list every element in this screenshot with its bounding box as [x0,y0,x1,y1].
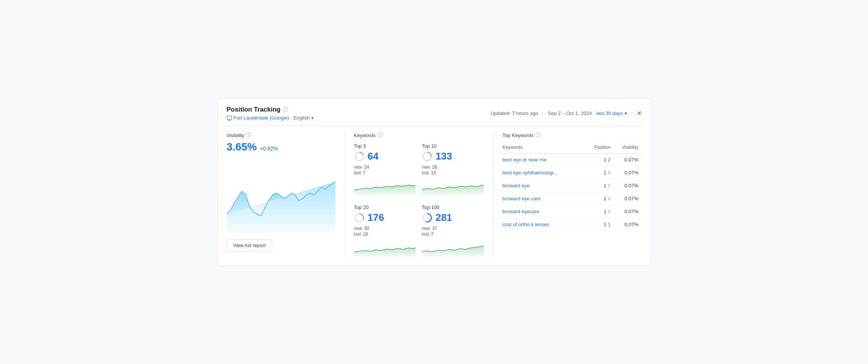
keyword-cell: cost of ortho k lenses [503,218,586,231]
visibility-value-row: 3.65% +0.62% [227,141,335,153]
keyword-cell: broward eye [503,179,586,192]
keywords-top100-ring-icon [422,212,432,223]
keywords-top20-lost-label: lost [354,231,361,237]
keywords-top10-new-val: 26 [432,164,437,170]
visibility-value: 0.07% [625,222,639,227]
keywords-top3-lost-val: 7 [363,170,365,176]
keyword-link[interactable]: broward eye care [503,196,541,201]
position-tracking-card: Position Tracking ⓘ Fort Lauderdale (Goo… [217,98,651,266]
col-visibility: Visibility [613,143,641,153]
dot-separator: · [290,115,292,121]
visibility-title: Visibility ⓘ [227,132,335,139]
visibility-chart [227,157,335,233]
subtitle-row: Fort Lauderdale (Google) · English ▾ [227,115,314,121]
position-number: 1 [604,183,606,188]
top-keywords-section: Top Keywords ⓘ Keywords Position Visibil… [493,132,642,257]
table-row: broward eye100.07% [503,179,642,192]
visibility-cell: 0.07% [613,218,641,231]
keyword-link[interactable]: broward eye [503,183,530,188]
keywords-top3-lost-label: lost [354,170,361,176]
keywords-top10-label: Top 10 [422,143,484,149]
visibility-cell: 0.07% [613,166,641,179]
table-row: best eye ophthalmologi...100.07% [503,166,642,179]
keywords-top10-chart [422,179,484,195]
visibility-value: 0.07% [625,170,639,176]
position-delta: 0 [608,170,610,176]
keywords-top100-new-val: 37 [432,226,437,231]
keywords-top100-number-row: 281 [422,212,484,224]
keywords-top10-number-row: 133 [422,150,484,162]
visibility-section: Visibility ⓘ 3.65% +0.62% [227,132,345,257]
keywords-info-icon[interactable]: ⓘ [378,132,383,139]
position-cell: 10 [586,179,613,192]
keywords-top10-count: 133 [436,150,452,162]
table-row: best eye dr near me120.07% [503,153,642,166]
keyword-link[interactable]: best eye dr near me [503,157,547,163]
keywords-top100-label: Top 100 [422,204,484,210]
updated-text: Updated: 7 hours ago [490,110,538,116]
top-keywords-info-icon[interactable]: ⓘ [535,132,541,139]
keywords-top100-count: 281 [436,212,452,224]
table-row: cost of ortho k lenses110.07% [503,218,642,231]
header-divider-h [227,125,642,126]
keywords-section: Keywords ⓘ Top 3 64 n [345,132,493,257]
keywords-top3-chart [354,179,416,195]
position-number: 1 [604,222,606,227]
keywords-top20-ring-icon [354,212,365,223]
view-full-report-button[interactable]: View full report [227,239,272,252]
keywords-top20-count: 176 [368,212,384,224]
position-cell: 11 [586,218,613,231]
table-header-row: Keywords Position Visibility [503,143,642,153]
keyword-link[interactable]: broward eyecare [503,209,540,214]
keywords-top3-ring-icon [354,151,365,162]
keyword-link[interactable]: cost of ortho k lenses [503,222,549,227]
content-area: Visibility ⓘ 3.65% +0.62% [227,132,642,257]
close-button[interactable]: ✕ [637,110,642,117]
position-delta: 1 [608,222,610,227]
keywords-top10-new-label: new [422,164,430,170]
header-right: Updated: 7 hours ago Sep 2 – Oct 1, 2024… [490,110,641,117]
keywords-top100-box: Top 100 281 new 37 [422,204,484,257]
date-range: Sep 2 – Oct 1, 2024 [548,110,592,116]
keywords-top20-label: Top 20 [354,204,416,210]
table-row: broward eyecare100.07% [503,205,642,218]
keywords-top10-lost-val: 13 [431,170,436,176]
location-chevron-icon[interactable]: ▾ [311,115,314,121]
svg-rect-0 [227,116,232,120]
keywords-top20-chart [354,240,416,257]
visibility-value: 0.07% [625,157,639,163]
visibility-value: 0.07% [625,196,639,201]
card-title: Position Tracking [227,106,281,113]
position-cell: 10 [586,205,613,218]
visibility-cell: 0.07% [613,179,641,192]
keyword-cell: broward eyecare [503,205,586,218]
position-number: 1 [604,170,606,176]
header-divider-2 [632,110,632,117]
last30-chevron-icon: ▾ [625,110,627,116]
keywords-top20-box: Top 20 176 new 30 [354,204,416,257]
visibility-info-icon[interactable]: ⓘ [246,132,251,139]
keywords-top10-ring-icon [422,151,432,162]
visibility-cell: 0.07% [613,192,641,205]
table-row: broward eye care100.07% [503,192,642,205]
last30-button[interactable]: last 30 days ▾ [596,110,627,116]
keywords-top3-number-row: 64 [354,150,416,162]
keywords-top100-chart [422,240,484,257]
keywords-top10-box: Top 10 133 new 26 [422,143,484,195]
header-divider-1 [543,110,543,117]
location-label[interactable]: Fort Lauderdale (Google) [234,115,289,121]
keywords-grid: Top 3 64 new 24 lo [354,143,484,257]
keywords-top100-lost-label: lost [422,231,429,237]
language-label: English [293,115,310,121]
keyword-link[interactable]: best eye ophthalmologi... [503,170,558,176]
title-info-icon[interactable]: ⓘ [283,106,288,113]
keywords-title: Keywords ⓘ [354,132,484,139]
top-keywords-table: Keywords Position Visibility best eye dr… [503,143,642,231]
keyword-cell: best eye ophthalmologi... [503,166,586,179]
position-number: 1 [604,209,606,214]
visibility-cell: 0.07% [613,205,641,218]
col-keywords: Keywords [503,143,586,153]
keywords-top10-lost-label: lost [422,170,429,176]
top-keywords-title: Top Keywords ⓘ [503,132,642,139]
position-cell: 10 [586,166,613,179]
